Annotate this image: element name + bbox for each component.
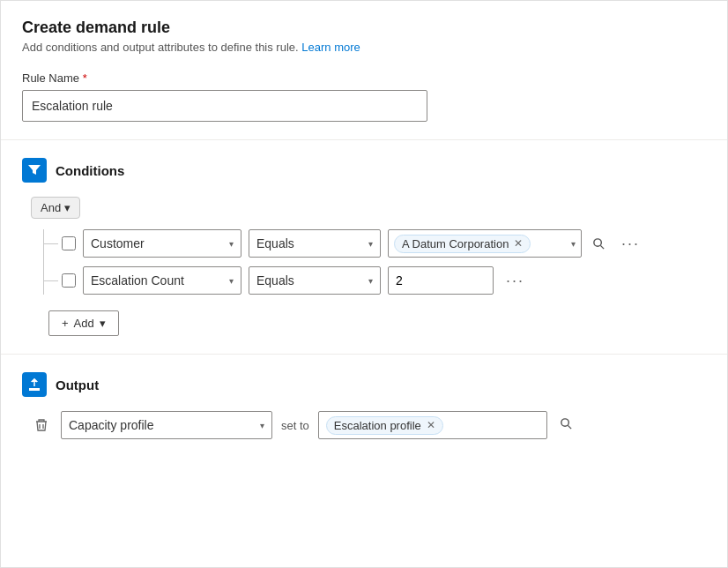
value-1-chevron-icon: ▾ — [571, 239, 576, 249]
condition-2-operator-dropdown[interactable]: Equals ▾ — [249, 266, 381, 295]
condition-2-field-dropdown[interactable]: Escalation Count ▾ — [83, 266, 241, 295]
condition-row-1: Customer ▾ Equals ▾ A Datum Corporation … — [62, 229, 706, 258]
add-label: Add — [74, 317, 94, 330]
condition-1-search-button[interactable] — [589, 234, 609, 254]
learn-more-link[interactable]: Learn more — [301, 41, 360, 54]
operator-2-chevron-icon: ▾ — [368, 276, 373, 286]
condition-1-value-box: A Datum Corporation ✕ ▾ — [388, 229, 582, 258]
output-value-tag: Escalation profile ✕ — [326, 416, 443, 435]
rule-name-label: Rule Name * — [22, 71, 706, 85]
divider-2 — [1, 354, 727, 355]
output-row: Capacity profile ▾ set to Escalation pro… — [31, 411, 706, 439]
svg-line-1 — [600, 245, 604, 249]
field-1-chevron-icon: ▾ — [229, 239, 234, 249]
conditions-section: Conditions And ▾ Customer ▾ Equals — [22, 158, 706, 336]
condition-row-2: Escalation Count ▾ Equals ▾ ··· — [62, 266, 706, 295]
output-field-dropdown[interactable]: Capacity profile ▾ — [61, 411, 272, 439]
required-marker: * — [83, 71, 87, 85]
divider-1 — [1, 139, 727, 140]
condition-2-more-button[interactable]: ··· — [501, 270, 530, 292]
output-header: Output — [22, 372, 706, 397]
condition-1-operator-dropdown[interactable]: Equals ▾ — [249, 229, 381, 258]
condition-2-checkbox[interactable] — [62, 273, 76, 288]
svg-line-4 — [568, 425, 571, 429]
output-field-chevron-icon: ▾ — [260, 421, 264, 430]
conditions-body: And ▾ Customer ▾ Equals ▾ — [31, 197, 706, 336]
operator-1-chevron-icon: ▾ — [368, 239, 373, 249]
and-button[interactable]: And ▾ — [31, 197, 80, 219]
svg-point-0 — [594, 238, 601, 245]
output-title: Output — [56, 377, 99, 392]
rule-name-input[interactable] — [22, 90, 427, 122]
output-section: Output Capacity profile ▾ set to Escalat… — [22, 372, 706, 439]
field-2-chevron-icon: ▾ — [229, 276, 234, 286]
page-container: Create demand rule Add conditions and ou… — [0, 0, 728, 568]
output-search-button[interactable] — [556, 414, 576, 437]
output-delete-button[interactable] — [31, 415, 52, 436]
conditions-header: Conditions — [22, 158, 706, 183]
condition-1-value-close-icon[interactable]: ✕ — [514, 237, 523, 250]
conditions-tree: Customer ▾ Equals ▾ A Datum Corporation … — [43, 229, 706, 295]
page-title: Create demand rule — [22, 19, 706, 37]
add-condition-button[interactable]: + Add ▾ — [48, 310, 119, 336]
condition-2-value-input[interactable] — [388, 266, 494, 295]
page-subtitle: Add conditions and output attributes to … — [22, 41, 706, 54]
conditions-title: Conditions — [56, 163, 124, 178]
condition-1-more-button[interactable]: ··· — [616, 233, 645, 255]
svg-rect-2 — [29, 388, 40, 390]
condition-1-checkbox[interactable] — [62, 236, 76, 250]
and-chevron-icon: ▾ — [64, 201, 71, 214]
rule-name-section: Rule Name * — [22, 71, 706, 122]
condition-1-field-dropdown[interactable]: Customer ▾ — [83, 229, 241, 258]
conditions-icon — [22, 158, 47, 183]
output-icon — [22, 372, 47, 397]
svg-point-3 — [561, 419, 568, 426]
add-chevron-icon: ▾ — [100, 317, 106, 330]
page-header: Create demand rule Add conditions and ou… — [22, 19, 706, 54]
set-to-label: set to — [281, 419, 309, 432]
add-icon: + — [62, 317, 69, 330]
condition-1-value-tag: A Datum Corporation ✕ — [394, 235, 531, 253]
output-value-box: Escalation profile ✕ — [318, 411, 547, 439]
output-value-close-icon[interactable]: ✕ — [427, 419, 435, 431]
